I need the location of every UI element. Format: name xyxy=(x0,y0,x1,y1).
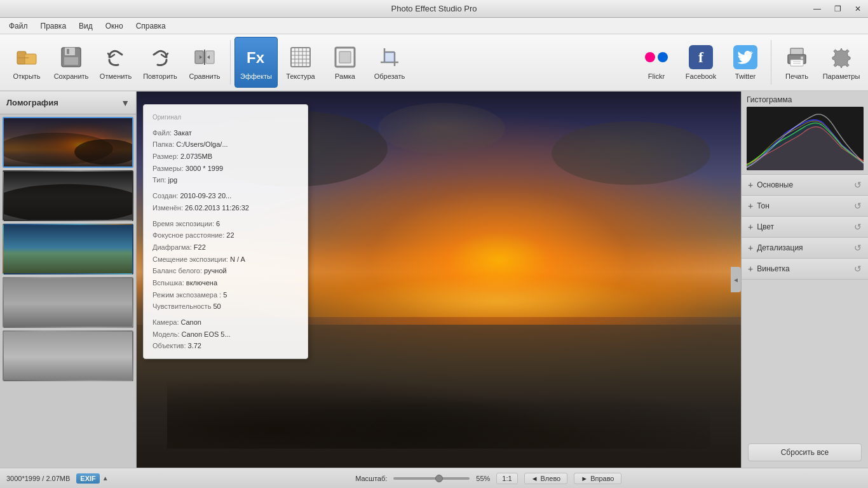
svg-rect-12 xyxy=(291,48,310,67)
scale-thumb[interactable] xyxy=(435,475,443,482)
adj-basic-header[interactable]: + Основные ↺ xyxy=(742,175,868,195)
left-panel: Ломография ▼ xyxy=(0,92,137,468)
thumbnail-item[interactable] xyxy=(3,330,133,381)
canvas-area[interactable]: Оригинал Файл: Закат Папка: C:/Users/Olg… xyxy=(137,92,741,468)
svg-rect-41 xyxy=(4,225,132,274)
exif-modified: Изменён: 26.02.2013 11:26:32 xyxy=(153,202,299,214)
thumbnail-item[interactable] xyxy=(3,277,133,328)
compare-button[interactable]: Сравнить xyxy=(183,37,226,88)
print-icon xyxy=(784,44,810,70)
adj-basic-label: Основные xyxy=(757,180,854,189)
twitter-icon xyxy=(733,44,758,70)
adj-vignette-section[interactable]: + Виньетка ↺ xyxy=(742,259,868,280)
adj-color-section[interactable]: + Цвет ↺ xyxy=(742,217,868,238)
exif-exposure-time: Время экспозиции: 6 xyxy=(153,218,299,230)
svg-point-40 xyxy=(4,184,132,221)
histogram-section: Гистограмма xyxy=(742,92,868,175)
adj-detail-expand: + xyxy=(748,243,753,253)
flickr-button[interactable]: Flickr xyxy=(635,37,678,88)
adj-vignette-expand: + xyxy=(748,264,753,274)
crop-icon xyxy=(377,44,402,70)
thumbnail-item[interactable] xyxy=(3,117,133,168)
open-icon xyxy=(14,44,39,70)
undo-button[interactable]: Отменить xyxy=(94,37,137,88)
twitter-button[interactable]: Twitter xyxy=(724,37,767,88)
toolbar-right: Flickr f Facebook Twitter xyxy=(635,37,863,88)
adj-detail-reset[interactable]: ↺ xyxy=(854,243,862,253)
menu-file[interactable]: Файл xyxy=(3,19,34,33)
texture-button[interactable]: Текстура xyxy=(279,37,322,88)
print-button[interactable]: Печать xyxy=(775,37,818,88)
adj-vignette-header[interactable]: + Виньетка ↺ xyxy=(742,259,868,279)
svg-text:Fx: Fx xyxy=(247,49,265,66)
scale-ratio-button[interactable]: 1:1 xyxy=(496,473,517,484)
adj-color-reset[interactable]: ↺ xyxy=(854,222,862,232)
flickr-icon xyxy=(644,44,669,70)
thumbnail-item[interactable] xyxy=(3,224,133,274)
menu-help[interactable]: Справка xyxy=(130,19,172,33)
cloud-2 xyxy=(552,121,710,185)
adj-tone-reset[interactable]: ↺ xyxy=(854,201,862,211)
exif-wb: Баланс белого: ручной xyxy=(153,265,299,277)
crop-button[interactable]: Обрезать xyxy=(368,37,411,88)
effects-icon: Fx xyxy=(243,44,269,70)
window-controls: — ❐ ✕ xyxy=(807,0,868,18)
svg-rect-5 xyxy=(67,49,69,54)
exif-badge[interactable]: EXIF xyxy=(76,473,99,484)
adj-detail-header[interactable]: + Детализация ↺ xyxy=(742,238,868,258)
adj-tone-label: Тон xyxy=(757,201,854,210)
exif-camera-brand: Камера: Canon xyxy=(153,316,299,329)
facebook-button[interactable]: f Facebook xyxy=(679,37,722,88)
adj-vignette-reset[interactable]: ↺ xyxy=(854,264,862,274)
svg-rect-1 xyxy=(25,54,36,64)
adj-tone-header[interactable]: + Тон ↺ xyxy=(742,196,868,216)
save-button[interactable]: Сохранить xyxy=(50,37,93,88)
nav-forward-button[interactable]: ► Вправо xyxy=(574,473,621,484)
exif-type: Тип: jpg xyxy=(153,174,299,186)
redo-button[interactable]: Повторить xyxy=(139,37,182,88)
svg-rect-27 xyxy=(384,52,395,62)
adj-detail-section[interactable]: + Детализация ↺ xyxy=(742,238,868,259)
toolbar-separator-2 xyxy=(771,40,771,85)
scale-slider[interactable] xyxy=(393,477,470,480)
app-title: Photo Effect Studio Pro xyxy=(391,4,477,13)
nav-back-button[interactable]: ◄ Влево xyxy=(524,473,568,484)
undo-icon xyxy=(103,44,128,70)
adj-detail-label: Детализация xyxy=(757,243,854,252)
adj-basic-section[interactable]: + Основные ↺ xyxy=(742,175,868,196)
settings-button[interactable]: Параметры xyxy=(820,37,863,88)
frame-button[interactable]: Рамка xyxy=(323,37,367,88)
adj-color-header[interactable]: + Цвет ↺ xyxy=(742,217,868,237)
exif-popup: Оригинал Файл: Закат Папка: C:/Users/Olg… xyxy=(143,104,308,359)
thumbnail-item[interactable] xyxy=(3,170,133,221)
svg-rect-30 xyxy=(790,60,803,66)
exif-arrow: ▲ xyxy=(102,475,109,482)
maximize-button[interactable]: ❐ xyxy=(827,0,848,18)
panel-dropdown-arrow[interactable]: ▼ xyxy=(121,98,130,108)
close-button[interactable]: ✕ xyxy=(848,0,868,18)
open-button[interactable]: Открыть xyxy=(5,37,48,88)
adj-vignette-label: Виньетка xyxy=(757,264,854,273)
adj-basic-reset[interactable]: ↺ xyxy=(854,180,862,190)
frame-icon xyxy=(332,44,358,70)
exif-created: Создан: 2010-09-23 20... xyxy=(153,190,299,202)
exif-dimensions: Размеры: 3000 * 1999 xyxy=(153,163,299,175)
minimize-button[interactable]: — xyxy=(807,0,827,18)
menu-edit[interactable]: Правка xyxy=(34,19,73,33)
collapse-handle[interactable]: ◄ xyxy=(731,267,741,292)
menu-view[interactable]: Вид xyxy=(72,19,99,33)
cloud-3 xyxy=(378,103,505,154)
menu-window[interactable]: Окно xyxy=(99,19,130,33)
status-info: 3000*1999 / 2.07MB xyxy=(6,475,70,482)
panel-header[interactable]: Ломография ▼ xyxy=(0,92,136,114)
svg-rect-43 xyxy=(4,332,132,381)
effects-button[interactable]: Fx Эффекты xyxy=(234,37,278,88)
svg-rect-31 xyxy=(801,57,803,59)
adj-basic-expand: + xyxy=(748,180,753,190)
adj-tone-section[interactable]: + Тон ↺ xyxy=(742,196,868,217)
histogram-canvas xyxy=(747,107,864,170)
reset-all-button[interactable]: Сбросить все xyxy=(748,444,862,461)
exif-focal-length: Фокусное расстояние: 22 xyxy=(153,229,299,241)
menubar: Файл Правка Вид Окно Справка xyxy=(0,18,868,34)
status-center: Масштаб: 55% 1:1 ◄ Влево ► Вправо xyxy=(115,473,862,484)
